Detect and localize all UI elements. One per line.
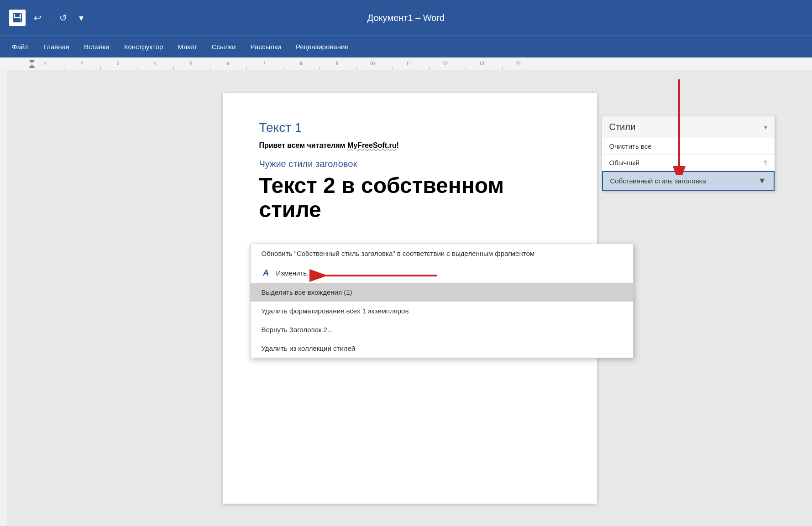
ruler-marks: 1 2 3 4 5 6 7 8 — [27, 57, 812, 70]
content-wrapper[interactable]: Текст 1 Привет всем читателям MyFreeSoft… — [7, 70, 812, 526]
style-item-clear-all[interactable]: Очистить все — [602, 138, 775, 155]
modify-icon: A — [262, 268, 271, 277]
context-remove-format-label: Удалить форматирование всех 1 экземпляро… — [262, 307, 409, 315]
document-page: Текст 1 Привет всем читателям MyFreeSoft… — [223, 93, 597, 504]
context-menu-item-select-all[interactable]: Выделить все вхождения (1) — [251, 283, 633, 302]
menu-review[interactable]: Рецензирование — [288, 39, 356, 54]
doc-body-excl: ! — [396, 141, 398, 149]
title-bar-left: ↩ · ↺ ▾ — [9, 10, 87, 26]
styles-panel-header: Стили ▾ — [602, 116, 775, 138]
style-normal-label: Обычный — [609, 159, 639, 167]
customize-button[interactable]: ▾ — [75, 11, 87, 24]
menu-bar: Файл Главная Вставка Конструктор Макет С… — [0, 36, 812, 57]
menu-home[interactable]: Главная — [36, 39, 77, 54]
doc-heading-2: Чужие стили заголовок — [259, 159, 561, 169]
style-dropdown-btn[interactable]: ▼ — [758, 176, 766, 186]
ruler: 1 2 3 4 5 6 7 8 — [0, 57, 812, 70]
context-menu-item-update[interactable]: Обновить "Собственный стиль заголовка" в… — [251, 244, 633, 263]
doc-body-link: MyFreeSoft.ru — [347, 141, 397, 149]
styles-panel: Стили ▾ Очистить все Обычный ¶ Собственн… — [602, 116, 775, 191]
menu-design[interactable]: Конструктор — [117, 39, 171, 54]
doc-body-text: Привет всем читателям — [259, 141, 347, 149]
menu-mailings[interactable]: Рассылки — [243, 39, 288, 54]
page-wrapper: Текст 1 Привет всем читателям MyFreeSoft… — [7, 70, 812, 526]
menu-file[interactable]: Файл — [5, 39, 36, 54]
svg-rect-2 — [14, 18, 21, 21]
context-modify-label: Изменить... — [276, 269, 313, 277]
styles-panel-title: Стили — [609, 122, 636, 132]
style-item-own-heading[interactable]: Собственный стиль заголовка ▼ — [602, 171, 775, 191]
context-menu-item-modify[interactable]: A Изменить... — [251, 263, 633, 283]
context-update-label: Обновить "Собственный стиль заголовка" в… — [262, 250, 535, 257]
context-menu-item-remove-format[interactable]: Удалить форматирование всех 1 экземпляро… — [251, 302, 633, 320]
menu-references[interactable]: Ссылки — [204, 39, 243, 54]
title-bar: ↩ · ↺ ▾ Документ1 – Word — [0, 0, 812, 36]
undo-dropdown-arrow: · — [50, 15, 51, 21]
doc-body-1: Привет всем читателям MyFreeSoft.ru! — [259, 141, 561, 150]
style-normal-mark: ¶ — [764, 160, 767, 166]
redo-button[interactable]: ↺ — [56, 11, 71, 24]
doc-heading-1: Текст 1 — [259, 120, 561, 135]
style-own-heading-label: Собственный стиль заголовка — [610, 177, 706, 185]
left-scrollbar — [0, 70, 7, 526]
context-menu: Обновить "Собственный стиль заголовка" в… — [250, 244, 634, 358]
menu-layout[interactable]: Макет — [170, 39, 204, 54]
style-item-normal[interactable]: Обычный ¶ — [602, 155, 775, 171]
context-menu-item-revert[interactable]: Вернуть Заголовок 2... — [251, 320, 633, 339]
styles-panel-arrow: ▾ — [764, 124, 767, 131]
context-revert-label: Вернуть Заголовок 2... — [262, 326, 333, 333]
window-title: Документ1 – Word — [367, 13, 445, 23]
svg-rect-1 — [15, 14, 20, 17]
undo-button[interactable]: ↩ — [30, 11, 45, 24]
menu-insert[interactable]: Вставка — [77, 39, 117, 54]
context-menu-item-remove-gallery[interactable]: Удалить из коллекции стилей — [251, 339, 633, 358]
context-select-all-label: Выделить все вхождения (1) — [262, 288, 352, 296]
save-icon[interactable] — [9, 10, 26, 26]
context-remove-gallery-label: Удалить из коллекции стилей — [262, 344, 356, 352]
main-area: Текст 1 Привет всем читателям MyFreeSoft… — [0, 70, 812, 526]
style-clear-all-label: Очистить все — [609, 142, 652, 150]
doc-heading-3: Текст 2 в собственном стиле — [259, 174, 561, 222]
